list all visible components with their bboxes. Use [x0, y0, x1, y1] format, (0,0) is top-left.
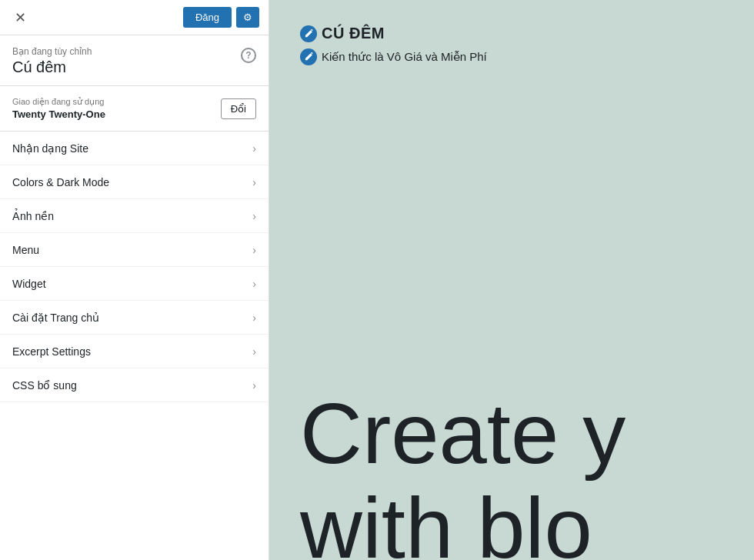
- sidebar: ✕ Đăng ⚙ Bạn đang tùy chỉnh Cú đêm ? Gia…: [0, 0, 269, 560]
- site-name: Cú đêm: [12, 58, 92, 76]
- info-section: Bạn đang tùy chỉnh Cú đêm ?: [0, 35, 269, 86]
- top-bar: ✕ Đăng ⚙: [0, 0, 269, 35]
- menu-item-2[interactable]: Ảnh nền›: [0, 199, 269, 233]
- chevron-right-icon-0: ›: [252, 142, 256, 155]
- menu-item-label-0: Nhận dạng Site: [12, 142, 88, 155]
- preview-header: CÚ ĐÊM Kiến thức là Vô Giá và Miễn Phí: [269, 0, 754, 78]
- settings-button[interactable]: ⚙: [236, 7, 259, 28]
- menu-item-3[interactable]: Menu›: [0, 233, 269, 267]
- theme-name: Twenty Twenty-One: [12, 108, 105, 120]
- hero-line-1: Create y: [300, 386, 723, 481]
- pencil-icon: [304, 29, 313, 38]
- site-title-row: CÚ ĐÊM: [300, 25, 723, 42]
- menu-item-4[interactable]: Widget›: [0, 267, 269, 301]
- menu-item-label-4: Widget: [12, 278, 46, 290]
- chevron-right-icon-6: ›: [252, 345, 256, 358]
- chevron-right-icon-5: ›: [252, 312, 256, 324]
- edit-site-title-icon[interactable]: [300, 25, 317, 42]
- preview-area: CÚ ĐÊM Kiến thức là Vô Giá và Miễn Phí C…: [269, 0, 754, 560]
- site-tagline-row: Kiến thức là Vô Giá và Miễn Phí: [300, 48, 723, 65]
- chevron-right-icon-4: ›: [252, 278, 256, 290]
- menu-item-label-6: Excerpt Settings: [12, 345, 91, 358]
- close-button[interactable]: ✕: [9, 7, 31, 28]
- menu-item-label-1: Colors & Dark Mode: [12, 176, 109, 188]
- customizing-label: Bạn đang tùy chỉnh: [12, 46, 92, 57]
- menu-item-6[interactable]: Excerpt Settings›: [0, 335, 269, 368]
- theme-label: Giao diện đang sử dụng: [12, 97, 105, 107]
- edit-tagline-icon[interactable]: [300, 48, 317, 65]
- pencil-icon-2: [304, 52, 313, 62]
- menu-item-label-7: CSS bổ sung: [12, 379, 77, 392]
- menu-item-label-2: Ảnh nền: [12, 210, 54, 222]
- save-button[interactable]: Đăng: [183, 7, 232, 28]
- chevron-right-icon-3: ›: [252, 244, 256, 256]
- help-icon[interactable]: ?: [241, 48, 256, 63]
- chevron-right-icon-1: ›: [252, 176, 256, 188]
- info-content: Bạn đang tùy chỉnh Cú đêm: [12, 46, 92, 76]
- preview-hero-text: Create y with blo: [269, 386, 754, 560]
- menu-items: Nhận dạng Site›Colors & Dark Mode›Ảnh nề…: [0, 132, 269, 560]
- menu-item-0[interactable]: Nhận dạng Site›: [0, 132, 269, 165]
- theme-section: Giao diện đang sử dụng Twenty Twenty-One…: [0, 86, 269, 132]
- menu-item-7[interactable]: CSS bổ sung›: [0, 368, 269, 402]
- site-title-text: CÚ ĐÊM: [322, 25, 385, 42]
- chevron-right-icon-2: ›: [252, 210, 256, 222]
- menu-item-5[interactable]: Cài đặt Trang chủ›: [0, 301, 269, 335]
- chevron-right-icon-7: ›: [252, 379, 256, 392]
- menu-item-1[interactable]: Colors & Dark Mode›: [0, 165, 269, 199]
- change-theme-button[interactable]: Đổi: [221, 98, 256, 119]
- theme-info: Giao diện đang sử dụng Twenty Twenty-One: [12, 97, 105, 120]
- hero-line-2: with blo: [300, 481, 723, 560]
- top-bar-actions: Đăng ⚙: [183, 7, 259, 28]
- menu-item-label-5: Cài đặt Trang chủ: [12, 312, 99, 324]
- menu-item-label-3: Menu: [12, 244, 39, 256]
- site-tagline-text: Kiến thức là Vô Giá và Miễn Phí: [322, 50, 487, 64]
